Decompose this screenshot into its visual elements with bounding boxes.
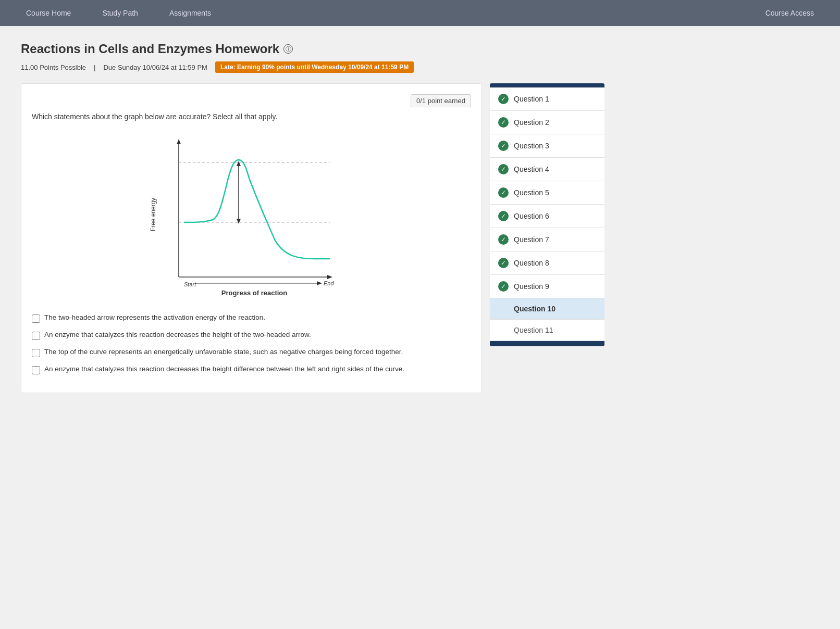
sidebar-items: ✓Question 1✓Question 2✓Question 3✓Questi… [490, 87, 604, 341]
x-start-label: Start [184, 281, 196, 287]
sidebar-question-label-11: Question 11 [514, 326, 553, 334]
sidebar-question-label-2: Question 2 [514, 118, 549, 127]
sidebar-question-label-6: Question 6 [514, 212, 549, 220]
x-end-label: End [324, 280, 334, 286]
sidebar-question-label-4: Question 4 [514, 165, 549, 173]
checkbox-1[interactable] [32, 314, 40, 323]
checkbox-4[interactable] [32, 366, 40, 374]
answer-choice-1: The two-headed arrow represents the acti… [32, 313, 471, 323]
nav-links: Course Home Study Path Assignments [10, 0, 750, 26]
sidebar-question-label-10: Question 10 [514, 305, 555, 313]
nav-course-home[interactable]: Course Home [10, 0, 87, 26]
svg-marker-8 [237, 219, 241, 224]
sidebar-question-label-9: Question 9 [514, 282, 549, 291]
answer-choice-2: An enzyme that catalyzes this reaction d… [32, 331, 471, 340]
sidebar-item-question-5[interactable]: ✓Question 5 [490, 181, 604, 205]
sidebar-header [490, 83, 604, 87]
svg-marker-10 [317, 281, 322, 285]
x-axis-title: Progress of reaction [221, 289, 287, 297]
late-badge: Late: Earning 90% points until Wednesday… [215, 61, 414, 73]
nav-right: Course Access [750, 0, 830, 26]
sidebar-item-question-11[interactable]: Question 11 [490, 320, 604, 341]
check-icon-2: ✓ [498, 117, 509, 128]
page-title: Reactions in Cells and Enzymes Homework … [21, 42, 604, 56]
sidebar-item-question-6[interactable]: ✓Question 6 [490, 205, 604, 228]
separator: | [94, 64, 95, 71]
sidebar-item-question-4[interactable]: ✓Question 4 [490, 158, 604, 181]
svg-marker-7 [237, 161, 241, 166]
choice-1-label[interactable]: The two-headed arrow represents the acti… [44, 313, 265, 321]
sidebar-item-question-1[interactable]: ✓Question 1 [490, 87, 604, 111]
check-icon-9: ✓ [498, 281, 509, 292]
nav-assignments[interactable]: Assignments [154, 0, 227, 26]
sidebar-item-question-7[interactable]: ✓Question 7 [490, 228, 604, 251]
sidebar-item-question-9[interactable]: ✓Question 9 [490, 275, 604, 298]
question-text: Which statements about the graph below a… [32, 107, 471, 121]
sidebar-question-label-1: Question 1 [514, 95, 549, 103]
top-navigation: Course Home Study Path Assignments Cours… [0, 0, 840, 26]
points-badge: 0/1 point earned [411, 94, 471, 107]
points-possible: 11.00 Points Possible [21, 64, 86, 71]
main-layout: 0/1 point earned Which statements about … [21, 83, 604, 393]
answer-choice-3: The top of the curve represents an energ… [32, 348, 471, 357]
sidebar-item-question-3[interactable]: ✓Question 3 [490, 134, 604, 158]
check-icon-6: ✓ [498, 211, 509, 221]
sidebar-item-question-10[interactable]: Question 10 [490, 298, 604, 320]
svg-marker-1 [177, 139, 181, 144]
sidebar-item-question-2[interactable]: ✓Question 2 [490, 111, 604, 134]
svg-marker-3 [327, 275, 332, 279]
check-icon-5: ✓ [498, 187, 509, 198]
sidebar-question-label-5: Question 5 [514, 188, 549, 197]
nav-study-path[interactable]: Study Path [87, 0, 154, 26]
check-icon-4: ✓ [498, 164, 509, 174]
choice-3-label[interactable]: The top of the curve represents an energ… [44, 348, 403, 356]
sidebar-item-question-8[interactable]: ✓Question 8 [490, 251, 604, 275]
sidebar-footer [490, 341, 604, 346]
due-date: Due Sunday 10/06/24 at 11:59 PM [103, 64, 207, 71]
checkbox-2[interactable] [32, 332, 40, 340]
checkbox-3[interactable] [32, 349, 40, 357]
choice-2-label[interactable]: An enzyme that catalyzes this reaction d… [44, 331, 311, 338]
sidebar-question-label-8: Question 8 [514, 259, 549, 267]
check-icon-8: ✓ [498, 258, 509, 268]
chart-container: Free energy Start End Progress of reacti… [32, 131, 471, 303]
answer-choice-4: An enzyme that catalyzes this reaction d… [32, 365, 471, 374]
question-panel: 0/1 point earned Which statements about … [21, 83, 482, 393]
page-meta: 11.00 Points Possible | Due Sunday 10/06… [21, 61, 604, 73]
choice-4-label[interactable]: An enzyme that catalyzes this reaction d… [44, 365, 404, 373]
info-icon[interactable]: ⓘ [283, 44, 293, 54]
page-content: Reactions in Cells and Enzymes Homework … [0, 26, 625, 409]
sidebar-question-label-3: Question 3 [514, 142, 549, 150]
check-icon-3: ✓ [498, 141, 509, 151]
answer-choices: The two-headed arrow represents the acti… [32, 313, 471, 374]
check-icon-1: ✓ [498, 94, 509, 104]
sidebar-question-label-7: Question 7 [514, 235, 549, 244]
y-axis-label: Free energy [150, 198, 157, 232]
reaction-chart: Free energy Start End Progress of reacti… [142, 131, 361, 303]
question-sidebar: ✓Question 1✓Question 2✓Question 3✓Questi… [490, 83, 604, 346]
nav-course-access[interactable]: Course Access [750, 0, 830, 26]
check-icon-7: ✓ [498, 234, 509, 245]
